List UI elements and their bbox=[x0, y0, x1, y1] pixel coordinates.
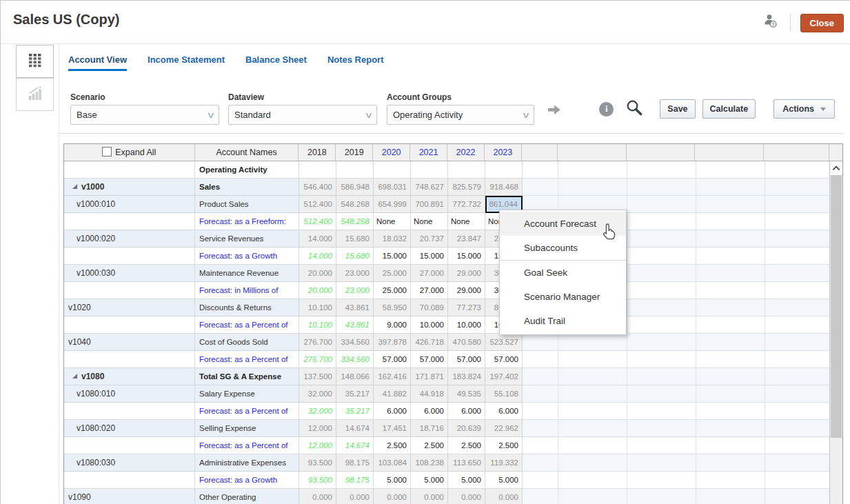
value-cell-2022[interactable]: 772.732 bbox=[448, 196, 485, 213]
value-cell-2018[interactable]: 276.700 bbox=[299, 334, 336, 351]
value-cell-2020[interactable]: 9.000 bbox=[374, 316, 411, 334]
value-cell-2018[interactable]: 93.500 bbox=[299, 472, 336, 489]
value-cell-2019[interactable]: 548.268 bbox=[336, 196, 374, 213]
value-cell-2019[interactable]: 0.000 bbox=[336, 489, 374, 504]
value-cell-2018[interactable]: 12.000 bbox=[299, 437, 336, 454]
value-cell-2020[interactable]: 18.032 bbox=[374, 230, 411, 248]
tab-notes-report[interactable]: Notes Report bbox=[327, 54, 384, 71]
context-menu-item-account-forecast[interactable]: Account Forecast bbox=[500, 212, 626, 236]
value-cell-2020[interactable]: 25.000 bbox=[374, 282, 411, 299]
value-cell-2021[interactable]: 27.000 bbox=[411, 282, 448, 299]
forecast-link[interactable]: Forecast: as a Percent of bbox=[195, 351, 299, 368]
value-cell-2021[interactable]: 10.000 bbox=[411, 316, 448, 334]
value-cell-2019[interactable]: 15.680 bbox=[336, 248, 374, 265]
forecast-link[interactable]: Forecast: as a Freeform: bbox=[195, 213, 299, 230]
context-menu-item-audit-trail[interactable]: Audit Trail bbox=[500, 309, 626, 333]
value-cell-2023[interactable]: 5.000 bbox=[485, 472, 523, 489]
value-cell-2021[interactable]: 426.718 bbox=[411, 334, 448, 351]
tab-account-view[interactable]: Account View bbox=[68, 54, 127, 71]
value-cell-2023[interactable]: 119.332 bbox=[485, 454, 523, 472]
vertical-scrollbar[interactable] bbox=[829, 161, 842, 504]
value-cell-2022[interactable]: 49.535 bbox=[448, 385, 485, 403]
close-button[interactable]: Close bbox=[800, 14, 844, 32]
search-icon[interactable] bbox=[625, 99, 643, 119]
value-cell-2020[interactable]: 698.031 bbox=[374, 179, 411, 196]
value-cell-2022[interactable]: 470.580 bbox=[448, 334, 485, 351]
value-cell-2019[interactable]: 43.861 bbox=[336, 316, 374, 334]
value-cell-2021[interactable]: 700.891 bbox=[411, 196, 448, 213]
value-cell-2021[interactable]: 108.238 bbox=[411, 454, 448, 472]
value-cell-2020[interactable]: None bbox=[374, 213, 411, 230]
value-cell-2018[interactable]: 12.000 bbox=[299, 420, 336, 437]
forecast-link[interactable]: Forecast: as a Percent of bbox=[195, 437, 299, 454]
forecast-link[interactable]: Forecast: in Millions of bbox=[195, 282, 299, 299]
value-cell-2018[interactable]: 32.000 bbox=[299, 385, 336, 403]
value-cell-2020[interactable]: 17.451 bbox=[374, 420, 411, 437]
context-menu-item-goal-seek[interactable]: Goal Seek bbox=[500, 261, 626, 285]
scrollbar-thumb[interactable] bbox=[831, 175, 842, 438]
value-cell-2021[interactable]: 0.000 bbox=[411, 489, 448, 504]
scroll-up-button[interactable] bbox=[830, 161, 842, 176]
value-cell-2020[interactable]: 162.416 bbox=[374, 368, 411, 385]
value-cell-2019[interactable]: 586.948 bbox=[336, 179, 374, 196]
value-cell-2022[interactable]: 6.000 bbox=[448, 403, 485, 420]
value-cell-2022[interactable]: 29.000 bbox=[448, 282, 485, 299]
value-cell-2019[interactable]: 334.560 bbox=[336, 351, 374, 368]
value-cell-2019[interactable]: 98.175 bbox=[336, 472, 374, 489]
context-menu-item-scenario-manager[interactable]: Scenario Manager bbox=[500, 285, 626, 309]
value-cell-2020[interactable]: 103.084 bbox=[374, 454, 411, 472]
value-cell-2021[interactable]: 5.000 bbox=[411, 472, 448, 489]
value-cell-2020[interactable]: 57.000 bbox=[374, 351, 411, 368]
row-header-cell[interactable]: v1000 bbox=[64, 179, 195, 196]
value-cell-2019[interactable]: 548.268 bbox=[336, 213, 374, 230]
value-cell-2018[interactable]: 137.500 bbox=[299, 368, 336, 385]
dataview-select[interactable]: Standard v bbox=[228, 105, 377, 125]
account-groups-select[interactable]: Operating Activity v bbox=[387, 105, 534, 125]
value-cell-2022[interactable]: 29.000 bbox=[448, 265, 485, 282]
value-cell-2020[interactable]: 0.000 bbox=[374, 489, 411, 504]
value-cell-2018[interactable]: 20.000 bbox=[299, 282, 336, 299]
forecast-link[interactable]: Forecast: as a Growth bbox=[195, 248, 299, 265]
value-cell-2021[interactable]: 18.716 bbox=[411, 420, 448, 437]
value-cell-2021[interactable]: 6.000 bbox=[411, 403, 448, 420]
value-cell-2022[interactable] bbox=[448, 161, 485, 179]
value-cell-2019[interactable] bbox=[336, 161, 374, 179]
value-cell-2021[interactable]: 44.918 bbox=[411, 385, 448, 403]
value-cell-2018[interactable]: 276.700 bbox=[299, 351, 336, 368]
value-cell-2022[interactable]: 2.500 bbox=[448, 437, 485, 454]
value-cell-2018[interactable]: 10.100 bbox=[299, 316, 336, 334]
value-cell-2018[interactable]: 32.000 bbox=[299, 403, 336, 420]
value-cell-2020[interactable]: 6.000 bbox=[374, 403, 411, 420]
value-cell-2022[interactable]: 15.000 bbox=[448, 248, 485, 265]
value-cell-2018[interactable]: 546.400 bbox=[299, 179, 336, 196]
value-cell-2020[interactable]: 654.999 bbox=[374, 196, 411, 213]
value-cell-2021[interactable]: 20.737 bbox=[411, 230, 448, 248]
user-assistance-icon[interactable]: ? bbox=[762, 13, 780, 32]
value-cell-2019[interactable]: 35.217 bbox=[336, 403, 374, 420]
info-icon[interactable]: i bbox=[599, 102, 614, 117]
collapse-triangle-icon[interactable] bbox=[72, 179, 78, 195]
value-cell-2023[interactable]: 523.527 bbox=[485, 334, 523, 351]
value-cell-2020[interactable]: 397.878 bbox=[374, 334, 411, 351]
go-arrow-icon[interactable] bbox=[547, 103, 563, 119]
forecast-link[interactable]: Forecast: as a Growth bbox=[195, 472, 299, 489]
value-cell-2019[interactable]: 334.560 bbox=[336, 334, 374, 351]
expand-all-checkbox[interactable] bbox=[102, 147, 112, 157]
value-cell-2023[interactable] bbox=[485, 161, 523, 179]
value-cell-2022[interactable]: 183.824 bbox=[448, 368, 485, 385]
value-cell-2023[interactable]: 6.000 bbox=[485, 403, 523, 420]
value-cell-2018[interactable]: 14.000 bbox=[299, 230, 336, 248]
value-cell-2019[interactable]: 14.674 bbox=[336, 420, 374, 437]
value-cell-2023[interactable]: 918.468 bbox=[485, 179, 523, 196]
value-cell-2022[interactable]: 20.639 bbox=[448, 420, 485, 437]
tab-balance-sheet[interactable]: Balance Sheet bbox=[245, 54, 307, 71]
value-cell-2022[interactable]: 0.000 bbox=[448, 489, 485, 504]
save-button[interactable]: Save bbox=[660, 99, 695, 119]
value-cell-2021[interactable]: 70.089 bbox=[411, 299, 448, 316]
value-cell-2019[interactable]: 98.175 bbox=[336, 454, 374, 472]
value-cell-2020[interactable]: 58.950 bbox=[374, 299, 411, 316]
value-cell-2022[interactable]: 825.579 bbox=[448, 179, 485, 196]
value-cell-2023[interactable]: 22.962 bbox=[485, 420, 523, 437]
value-cell-2018[interactable]: 0.000 bbox=[299, 489, 336, 504]
row-header-cell[interactable]: v1080 bbox=[64, 368, 195, 385]
